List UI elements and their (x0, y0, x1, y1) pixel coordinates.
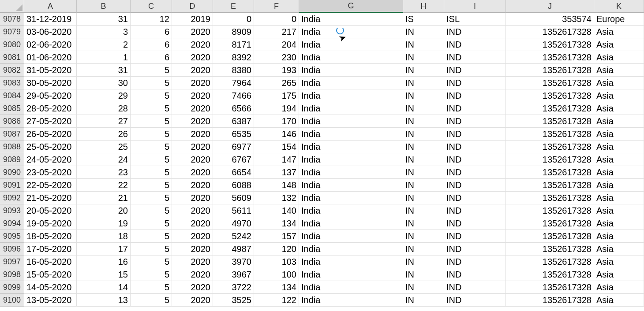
cell[interactable]: IN (403, 38, 444, 51)
cell[interactable]: India (299, 141, 403, 153)
cell[interactable]: 20 (77, 204, 131, 217)
cell[interactable]: 1352617328 (506, 115, 594, 128)
cell[interactable]: 19-05-2020 (24, 217, 77, 230)
cell[interactable]: India (299, 102, 403, 115)
cell[interactable]: 26-05-2020 (24, 128, 77, 141)
cell[interactable]: IN (403, 115, 444, 128)
cell[interactable]: 1 (77, 51, 131, 64)
cell[interactable]: 25 (77, 141, 131, 153)
cell[interactable]: 2020 (172, 281, 213, 294)
cell[interactable]: 1352617328 (506, 294, 594, 307)
cell[interactable]: 2020 (172, 230, 213, 243)
cell[interactable]: ISL (444, 13, 506, 26)
cell[interactable]: IN (403, 204, 444, 217)
row-header[interactable]: 9100 (0, 294, 24, 307)
cell[interactable]: 25-05-2020 (24, 141, 77, 153)
cell[interactable]: 1352617328 (506, 230, 594, 243)
cell[interactable]: Asia (594, 128, 644, 141)
cell[interactable]: 6654 (213, 166, 254, 179)
cell[interactable]: 2020 (172, 141, 213, 153)
cell[interactable]: IN (403, 77, 444, 89)
cell[interactable]: 23-05-2020 (24, 166, 77, 179)
cell[interactable]: 8392 (213, 51, 254, 64)
cell[interactable]: 30-05-2020 (24, 77, 77, 89)
cell[interactable]: 21-05-2020 (24, 192, 77, 204)
cell[interactable]: 21 (77, 192, 131, 204)
cell[interactable]: Asia (594, 230, 644, 243)
cell[interactable]: Asia (594, 255, 644, 268)
cell[interactable]: IND (444, 77, 506, 89)
column-header-b[interactable]: B (77, 0, 131, 13)
cell[interactable]: Asia (594, 153, 644, 166)
cell[interactable]: 1352617328 (506, 38, 594, 51)
cell[interactable]: India (299, 26, 403, 38)
cell[interactable]: Asia (594, 38, 644, 51)
cell[interactable]: 5 (131, 243, 172, 255)
cell[interactable]: IN (403, 294, 444, 307)
row-header[interactable]: 9083 (0, 77, 24, 89)
cell[interactable]: 1352617328 (506, 204, 594, 217)
column-header-f[interactable]: F (254, 0, 299, 13)
cell[interactable]: 17 (77, 243, 131, 255)
cell[interactable]: IN (403, 166, 444, 179)
cell[interactable]: IND (444, 255, 506, 268)
cell[interactable]: 31-12-2019 (24, 13, 77, 26)
cell[interactable]: 6977 (213, 141, 254, 153)
cell[interactable]: 2020 (172, 26, 213, 38)
cell[interactable]: 3525 (213, 294, 254, 307)
cell[interactable]: 26 (77, 128, 131, 141)
cell[interactable]: 6387 (213, 115, 254, 128)
cell[interactable]: 8909 (213, 26, 254, 38)
cell[interactable]: 5 (131, 141, 172, 153)
cell[interactable]: IND (444, 281, 506, 294)
column-header-g[interactable]: G (299, 0, 403, 13)
cell[interactable]: 3722 (213, 281, 254, 294)
cell[interactable]: Asia (594, 26, 644, 38)
cell[interactable]: 2020 (172, 166, 213, 179)
cell[interactable]: 20-05-2020 (24, 204, 77, 217)
cell[interactable]: 5 (131, 102, 172, 115)
cell[interactable]: 265 (254, 77, 299, 89)
column-header-h[interactable]: H (403, 0, 444, 13)
cell[interactable]: IN (403, 153, 444, 166)
row-header[interactable]: 9087 (0, 128, 24, 141)
cell[interactable]: 5 (131, 281, 172, 294)
cell[interactable]: 28-05-2020 (24, 102, 77, 115)
cell[interactable]: 5242 (213, 230, 254, 243)
cell[interactable]: 17-05-2020 (24, 243, 77, 255)
cell[interactable]: 14-05-2020 (24, 281, 77, 294)
cell[interactable]: 13 (77, 294, 131, 307)
cell[interactable]: IN (403, 281, 444, 294)
cell[interactable]: 193 (254, 64, 299, 77)
cell[interactable]: 132 (254, 192, 299, 204)
cell[interactable]: Europe (594, 13, 644, 26)
cell[interactable]: 1352617328 (506, 64, 594, 77)
cell[interactable]: 1352617328 (506, 141, 594, 153)
cell[interactable]: IND (444, 51, 506, 64)
cell[interactable]: India (299, 255, 403, 268)
cell[interactable]: 27 (77, 115, 131, 128)
cell[interactable]: IND (444, 89, 506, 102)
cell[interactable]: Asia (594, 102, 644, 115)
cell[interactable]: 353574 (506, 13, 594, 26)
cell[interactable]: India (299, 192, 403, 204)
cell[interactable]: 1352617328 (506, 166, 594, 179)
cell[interactable]: IS (403, 13, 444, 26)
cell[interactable]: 230 (254, 51, 299, 64)
select-all-corner[interactable] (0, 0, 24, 13)
cell[interactable]: 30 (77, 77, 131, 89)
cell[interactable]: IND (444, 179, 506, 192)
cell[interactable]: IN (403, 51, 444, 64)
cell[interactable]: 5 (131, 166, 172, 179)
cell[interactable]: 31 (77, 64, 131, 77)
row-header[interactable]: 9086 (0, 115, 24, 128)
cell[interactable]: India (299, 77, 403, 89)
cell[interactable]: 7466 (213, 89, 254, 102)
cell[interactable]: 5 (131, 77, 172, 89)
cell[interactable]: 5 (131, 153, 172, 166)
cell[interactable]: IN (403, 64, 444, 77)
cell[interactable]: 31 (77, 13, 131, 26)
cell[interactable]: 122 (254, 294, 299, 307)
cell[interactable]: 31-05-2020 (24, 64, 77, 77)
cell[interactable]: Asia (594, 166, 644, 179)
